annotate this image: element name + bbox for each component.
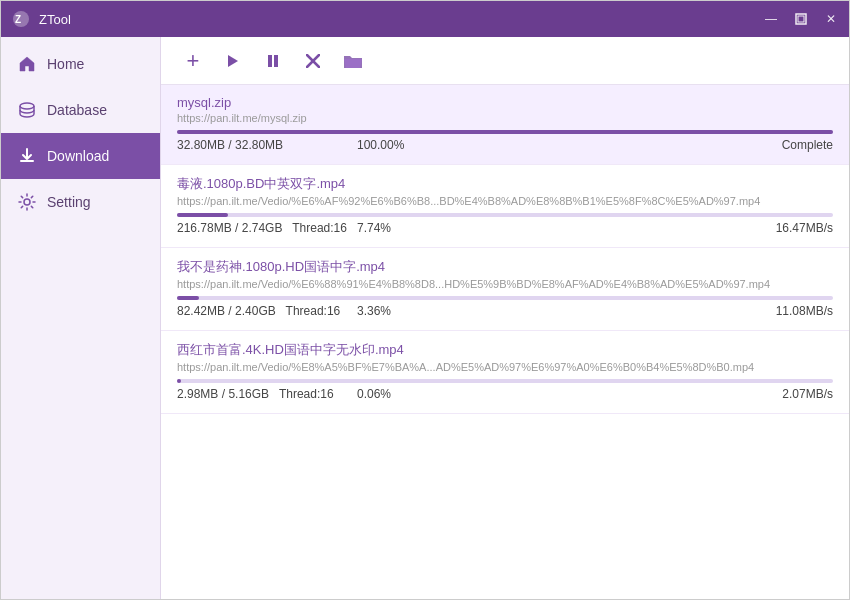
minimize-button[interactable]: — bbox=[763, 11, 779, 27]
svg-point-5 bbox=[24, 199, 30, 205]
download-speed-2: 16.47MB/s bbox=[776, 221, 833, 235]
sidebar-item-database[interactable]: Database bbox=[1, 87, 160, 133]
svg-text:Z: Z bbox=[15, 14, 21, 25]
progress-container-1 bbox=[177, 130, 833, 134]
download-icon bbox=[17, 146, 37, 166]
close-button[interactable]: ✕ bbox=[823, 11, 839, 27]
progress-container-2 bbox=[177, 213, 833, 217]
window-controls: — ✕ bbox=[763, 11, 839, 27]
download-size-4: 2.98MB / 5.16GB Thread:16 bbox=[177, 387, 357, 401]
database-icon bbox=[17, 100, 37, 120]
app-icon: Z bbox=[11, 9, 31, 29]
download-item-4: 西红市首富.4K.HD国语中字无水印.mp4 https://pan.ilt.m… bbox=[161, 331, 849, 414]
download-size-2: 216.78MB / 2.74GB Thread:16 bbox=[177, 221, 357, 235]
pause-button[interactable] bbox=[257, 45, 289, 77]
app-title: ZTool bbox=[39, 12, 763, 27]
progress-container-4 bbox=[177, 379, 833, 383]
main-window: Z ZTool — ✕ Home bbox=[0, 0, 850, 600]
progress-fill-4 bbox=[177, 379, 181, 383]
download-list: mysql.zip https://pan.ilt.me/mysql.zip 3… bbox=[161, 85, 849, 599]
setting-icon bbox=[17, 192, 37, 212]
download-filename-1: mysql.zip bbox=[177, 95, 833, 110]
download-size-1: 32.80MB / 32.80MB bbox=[177, 138, 357, 152]
download-item-1: mysql.zip https://pan.ilt.me/mysql.zip 3… bbox=[161, 85, 849, 165]
download-percent-2: 7.74% bbox=[357, 221, 477, 235]
download-meta-4: 2.98MB / 5.16GB Thread:16 0.06% 2.07MB/s bbox=[177, 387, 833, 401]
stop-button[interactable] bbox=[297, 45, 329, 77]
toolbar: + bbox=[161, 37, 849, 85]
download-filename-2: 毒液.1080p.BD中英双字.mp4 bbox=[177, 175, 833, 193]
svg-rect-8 bbox=[274, 55, 278, 67]
svg-marker-6 bbox=[228, 55, 238, 67]
maximize-button[interactable] bbox=[793, 11, 809, 27]
download-status-1: Complete bbox=[782, 138, 833, 152]
progress-fill-3 bbox=[177, 296, 199, 300]
sidebar-home-label: Home bbox=[47, 56, 84, 72]
download-speed-3: 11.08MB/s bbox=[776, 304, 833, 318]
download-meta-3: 82.42MB / 2.40GB Thread:16 3.36% 11.08MB… bbox=[177, 304, 833, 318]
download-filename-4: 西红市首富.4K.HD国语中字无水印.mp4 bbox=[177, 341, 833, 359]
sidebar-item-setting[interactable]: Setting bbox=[1, 179, 160, 225]
download-meta-2: 216.78MB / 2.74GB Thread:16 7.74% 16.47M… bbox=[177, 221, 833, 235]
sidebar-item-home[interactable]: Home bbox=[1, 41, 160, 87]
home-icon bbox=[17, 54, 37, 74]
download-percent-3: 3.36% bbox=[357, 304, 477, 318]
svg-rect-7 bbox=[268, 55, 272, 67]
download-percent-1: 100.00% bbox=[357, 138, 537, 152]
add-button[interactable]: + bbox=[177, 45, 209, 77]
progress-container-3 bbox=[177, 296, 833, 300]
download-item-2: 毒液.1080p.BD中英双字.mp4 https://pan.ilt.me/V… bbox=[161, 165, 849, 248]
sidebar-download-label: Download bbox=[47, 148, 109, 164]
download-url-1: https://pan.ilt.me/mysql.zip bbox=[177, 112, 833, 124]
download-url-3: https://pan.ilt.me/Vedio/%E6%88%91%E4%B8… bbox=[177, 278, 833, 290]
sidebar-database-label: Database bbox=[47, 102, 107, 118]
progress-fill-2 bbox=[177, 213, 228, 217]
svg-point-4 bbox=[20, 103, 34, 109]
download-url-2: https://pan.ilt.me/Vedio/%E6%AF%92%E6%B6… bbox=[177, 195, 833, 207]
titlebar: Z ZTool — ✕ bbox=[1, 1, 849, 37]
download-size-3: 82.42MB / 2.40GB Thread:16 bbox=[177, 304, 357, 318]
main-layout: Home Database bbox=[1, 37, 849, 599]
download-item-3: 我不是药神.1080p.HD国语中字.mp4 https://pan.ilt.m… bbox=[161, 248, 849, 331]
svg-rect-3 bbox=[798, 16, 804, 22]
download-percent-4: 0.06% bbox=[357, 387, 477, 401]
download-meta-1: 32.80MB / 32.80MB 100.00% Complete bbox=[177, 138, 833, 152]
sidebar: Home Database bbox=[1, 37, 161, 599]
download-filename-3: 我不是药神.1080p.HD国语中字.mp4 bbox=[177, 258, 833, 276]
start-button[interactable] bbox=[217, 45, 249, 77]
download-speed-4: 2.07MB/s bbox=[782, 387, 833, 401]
sidebar-setting-label: Setting bbox=[47, 194, 91, 210]
content-area: + bbox=[161, 37, 849, 599]
progress-fill-1 bbox=[177, 130, 833, 134]
download-url-4: https://pan.ilt.me/Vedio/%E8%A5%BF%E7%BA… bbox=[177, 361, 833, 373]
sidebar-item-download[interactable]: Download bbox=[1, 133, 160, 179]
folder-button[interactable] bbox=[337, 45, 369, 77]
